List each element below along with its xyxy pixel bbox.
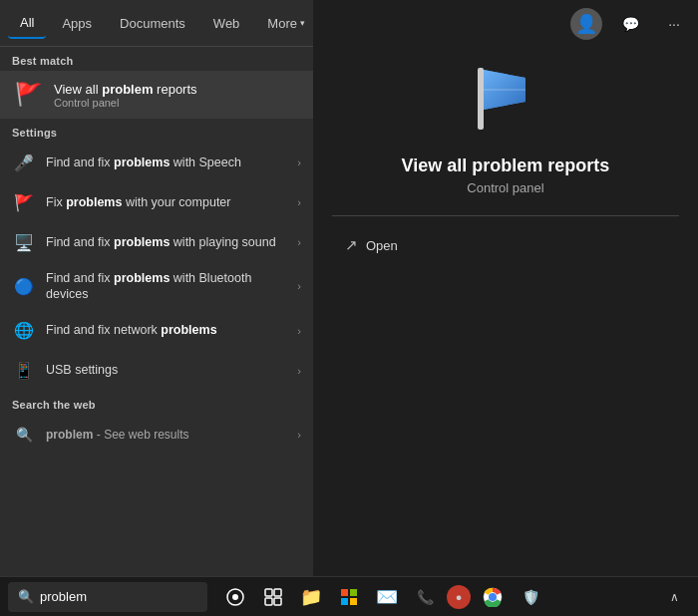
- nav-tabs: All Apps Documents Web More ▾: [0, 0, 313, 47]
- right-panel-title: View all problem reports: [402, 155, 610, 176]
- svg-rect-10: [341, 589, 348, 596]
- tab-all-label: All: [20, 15, 34, 30]
- top-right-icons: 👤 💬 ···: [570, 8, 690, 40]
- network-icon: 🌐: [12, 319, 36, 343]
- chrome-icon[interactable]: [477, 581, 509, 613]
- open-icon: ↗: [345, 236, 358, 254]
- chevron-right-icon-6: ›: [297, 365, 301, 377]
- svg-rect-6: [265, 589, 272, 596]
- taskbar-right: ∧: [658, 581, 690, 613]
- chevron-right-icon: ›: [297, 156, 301, 168]
- settings-item-speech-text: Find and fix problems with Speech: [46, 154, 287, 170]
- start-button[interactable]: [219, 581, 251, 613]
- results-list: Best match 🚩 View all problem reports Co…: [0, 47, 313, 576]
- web-search-suffix: - See web results: [97, 428, 189, 442]
- tab-more-label: More: [267, 16, 297, 31]
- tab-documents-label: Documents: [120, 16, 185, 31]
- best-match-subtitle: Control panel: [54, 97, 197, 109]
- user-avatar[interactable]: 👤: [570, 8, 602, 40]
- feedback-icon[interactable]: 💬: [614, 8, 646, 40]
- app-icon-circle[interactable]: ●: [447, 585, 471, 609]
- settings-item-bluetooth[interactable]: 🔵 Find and fix problems with Bluetooth d…: [0, 262, 313, 311]
- svg-rect-7: [274, 589, 281, 596]
- settings-item-sound[interactable]: 🖥️ Find and fix problems with playing so…: [0, 222, 313, 262]
- taskbar-search[interactable]: 🔍 problem: [8, 582, 207, 612]
- svg-rect-0: [478, 68, 484, 130]
- settings-item-network[interactable]: 🌐 Find and fix network problems ›: [0, 311, 313, 351]
- tab-web[interactable]: Web: [201, 7, 252, 39]
- best-match-title: View all problem reports: [54, 82, 197, 97]
- settings-item-computer[interactable]: 🚩 Fix problems with your computer ›: [0, 182, 313, 222]
- settings-item-network-text: Find and fix network problems: [46, 322, 287, 338]
- chevron-right-icon-2: ›: [297, 196, 301, 208]
- tab-more[interactable]: More ▾: [255, 7, 317, 39]
- web-search-item[interactable]: 🔍 problem - See web results ›: [0, 415, 313, 455]
- svg-point-15: [489, 593, 497, 601]
- chevron-right-icon-4: ›: [297, 280, 301, 292]
- viber-icon[interactable]: 📞: [409, 581, 441, 613]
- sound-icon: 🖥️: [12, 230, 36, 254]
- chevron-right-icon-7: ›: [297, 429, 301, 441]
- microphone-icon: 🎤: [12, 151, 36, 174]
- best-match-item[interactable]: 🚩 View all problem reports Control panel: [0, 71, 313, 119]
- more-options-icon[interactable]: ···: [658, 8, 690, 40]
- taskbar-overflow-icon[interactable]: ∧: [658, 581, 690, 613]
- search-icon: 🔍: [12, 423, 36, 447]
- svg-rect-13: [350, 598, 357, 605]
- settings-item-sound-text: Find and fix problems with playing sound: [46, 234, 287, 250]
- chevron-right-icon-5: ›: [297, 325, 301, 337]
- taskbar-icons: 📁 ✉️ 📞 ● 🛡️: [219, 581, 546, 613]
- divider: [332, 215, 678, 216]
- right-panel-flag-icon: [466, 60, 545, 144]
- web-search-text: problem - See web results: [46, 428, 287, 442]
- taskbar: 🔍 problem 📁 ✉️: [0, 576, 698, 616]
- bluetooth-icon: 🔵: [12, 274, 36, 298]
- best-match-icon: 🚩: [12, 79, 44, 111]
- taskbar-search-icon: 🔍: [18, 589, 34, 604]
- settings-label: Settings: [0, 119, 313, 143]
- settings-item-bluetooth-text: Find and fix problems with Bluetooth dev…: [46, 270, 287, 303]
- chevron-down-icon: ▾: [300, 18, 305, 28]
- tab-all[interactable]: All: [8, 7, 46, 39]
- tab-documents[interactable]: Documents: [108, 7, 197, 39]
- tab-apps[interactable]: Apps: [50, 7, 104, 39]
- svg-point-5: [232, 594, 238, 600]
- windows-store-icon[interactable]: [333, 581, 365, 613]
- best-match-label: Best match: [0, 47, 313, 71]
- tab-apps-label: Apps: [62, 16, 92, 31]
- mail-icon[interactable]: ✉️: [371, 581, 403, 613]
- usb-icon: 📱: [12, 359, 36, 383]
- svg-rect-8: [265, 598, 272, 605]
- svg-rect-12: [341, 598, 348, 605]
- right-panel: 👤 💬 ··· View all problem reports Control…: [313, 0, 698, 576]
- settings-item-computer-text: Fix problems with your computer: [46, 194, 287, 210]
- taskbar-search-text: problem: [40, 589, 87, 604]
- tab-web-label: Web: [213, 16, 240, 31]
- flag-icon: 🚩: [12, 190, 36, 214]
- settings-item-usb-text: USB settings: [46, 362, 287, 378]
- chevron-right-icon-3: ›: [297, 236, 301, 248]
- svg-rect-11: [350, 589, 357, 596]
- right-panel-subtitle: Control panel: [467, 180, 543, 195]
- task-view-icon[interactable]: [257, 581, 289, 613]
- settings-item-usb[interactable]: 📱 USB settings ›: [0, 351, 313, 391]
- svg-rect-9: [274, 598, 281, 605]
- open-label: Open: [366, 238, 398, 253]
- file-explorer-icon[interactable]: 📁: [295, 581, 327, 613]
- shield-icon[interactable]: 🛡️: [515, 581, 546, 613]
- left-panel: All Apps Documents Web More ▾ Best match…: [0, 0, 313, 576]
- settings-item-speech[interactable]: 🎤 Find and fix problems with Speech ›: [0, 143, 313, 182]
- web-search-label: Search the web: [0, 391, 313, 415]
- best-match-text: View all problem reports Control panel: [54, 82, 197, 109]
- open-action[interactable]: ↗ Open: [337, 232, 406, 258]
